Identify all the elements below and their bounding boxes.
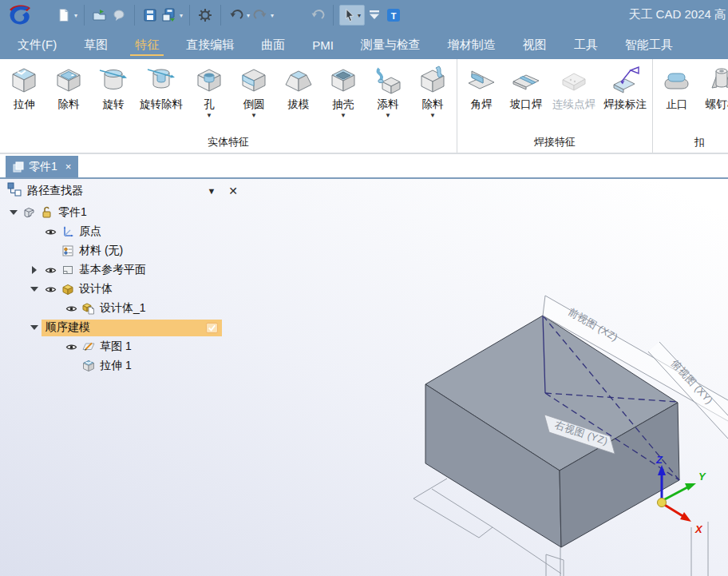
eye-icon[interactable] (62, 341, 80, 353)
origin-axes-icon (61, 225, 74, 238)
undo-dropdown-icon[interactable]: ▾ (247, 12, 250, 19)
redo-button[interactable] (251, 6, 270, 25)
tree-row-拉伸 1[interactable]: 拉伸 1 (0, 356, 249, 375)
save-all-button[interactable] (160, 6, 179, 25)
menu-tab-9[interactable]: 视图 (523, 30, 547, 59)
sketch-icon (80, 340, 97, 353)
eye-icon[interactable] (62, 303, 80, 315)
dropdown-arrow-icon[interactable]: ▼ (251, 111, 257, 121)
tab-close-icon[interactable]: × (65, 161, 72, 173)
tree-row-基本参考平面[interactable]: 基本参考平面 (0, 260, 249, 280)
ribbon-button-label: 拉伸 (14, 97, 35, 111)
tree-item-label: 顺序建模 (46, 320, 90, 335)
expander-closed-icon[interactable] (27, 264, 42, 276)
tree-row-设计体_1[interactable]: 设计体_1 (0, 299, 249, 318)
expander-open-icon[interactable] (6, 206, 21, 219)
text-tool-button[interactable]: T (384, 6, 403, 25)
new-file-button[interactable] (54, 6, 73, 25)
eye-icon[interactable] (42, 284, 59, 296)
new-file-icon (57, 8, 71, 22)
menu-tab-10[interactable]: 工具 (574, 30, 598, 59)
tree-row-材料 (无)[interactable]: 材料 (无) (0, 241, 249, 260)
toolbar-separator (84, 5, 85, 26)
ribbon-button-weld-label[interactable]: 焊接标注 (600, 62, 650, 121)
ribbon-button-groove-weld[interactable]: 坡口焊 (504, 62, 548, 121)
tree-row-草图 1[interactable]: 草图 1 (0, 337, 249, 356)
menu-tab-2[interactable]: 草图 (84, 30, 108, 59)
ribbon-button-revolve[interactable]: 旋转 (92, 62, 135, 121)
menu-tab-3[interactable]: 特征 (135, 30, 159, 59)
toolbar-gap (275, 15, 308, 16)
active-mode-highlight[interactable]: 顺序建模 (42, 320, 222, 336)
spot-weld-icon (558, 65, 590, 97)
ribbon-button-label: 倒圆 (243, 97, 265, 111)
dropdown-arrow-icon[interactable]: ▼ (385, 111, 391, 121)
add-material-icon (372, 65, 404, 97)
pathfinder-options-chevron-icon[interactable]: ▼ (207, 186, 216, 196)
body-doc-icon (82, 302, 95, 315)
tree-row-原点[interactable]: 原点 (0, 222, 249, 241)
ribbon-button-fillet-weld[interactable]: 角焊 (460, 62, 503, 121)
redo-dropdown-icon[interactable]: ▾ (271, 12, 274, 19)
new-file-dropdown-icon[interactable]: ▾ (74, 12, 77, 19)
lock-open-icon (41, 206, 53, 219)
select-tool-button[interactable]: ▾ (339, 5, 365, 26)
ribbon-button-add-material[interactable]: 添料▼ (366, 62, 410, 121)
expander-open-icon[interactable] (27, 283, 42, 296)
open-file-icon (93, 8, 107, 22)
window-title: 天工 CAD 2024 高 (628, 7, 726, 22)
origin-ball (658, 499, 667, 507)
tree-item-label: 材料 (无) (79, 244, 123, 258)
document-tab-label: 零件1 (29, 160, 57, 174)
ribbon-button-cutout[interactable]: 除料 (47, 62, 90, 121)
filter-chevron-button[interactable] (365, 6, 384, 25)
menu-tab-6[interactable]: PMI (312, 30, 334, 59)
dropdown-arrow-icon[interactable]: ▼ (429, 111, 436, 121)
save-all-dropdown-icon[interactable]: ▾ (180, 12, 183, 19)
pathfinder-panel: 路径查找器 ▼ ✕ 零件1原点材料 (无)基本参考平面设计体设计体_1顺序建模草… (0, 179, 249, 375)
ribbon-button-screw-boss[interactable]: 螺钉柱 (700, 62, 728, 121)
checked-checkbox-icon[interactable] (206, 322, 218, 334)
pathfinder-close-icon[interactable]: ✕ (228, 185, 238, 197)
ribbon-button-lip[interactable]: 止口 (655, 62, 698, 121)
dropdown-arrow-icon[interactable]: ▼ (206, 111, 212, 121)
ribbon-button-extrude[interactable]: 拉伸 (2, 62, 46, 121)
ref-plane-icon (61, 264, 74, 276)
ribbon-button-cutout2[interactable]: 除料▼ (411, 62, 454, 121)
ribbon-button-hole[interactable]: 孔▼ (188, 62, 231, 121)
pathfinder-icon (6, 181, 22, 197)
tree-row-顺序建模[interactable]: 顺序建模 (0, 318, 249, 337)
ribbon-button-shell[interactable]: 抽壳▼ (322, 62, 365, 121)
save-button[interactable] (140, 6, 160, 25)
gear-button[interactable] (196, 6, 215, 25)
tree-row-零件1[interactable]: 零件1 (0, 203, 249, 222)
ribbon-button-draft[interactable]: 拔模 (277, 62, 320, 121)
menu-tab-5[interactable]: 曲面 (261, 30, 285, 59)
menu-tab-4[interactable]: 直接编辑 (186, 30, 234, 59)
text-tool-icon: T (386, 8, 401, 22)
open-file-button[interactable] (90, 6, 109, 25)
eye-icon (65, 341, 77, 353)
y-axis-label: Y (698, 471, 706, 483)
revolve-icon (97, 65, 129, 97)
ribbon-button-label: 螺钉柱 (706, 97, 728, 111)
dropdown-arrow-icon[interactable]: ▼ (340, 111, 346, 121)
menu-tab-8[interactable]: 增材制造 (448, 30, 496, 59)
eye-icon[interactable] (42, 226, 59, 238)
pathfinder-title: 路径查找器 (27, 184, 83, 198)
ribbon-button-round[interactable]: 倒圆▼ (232, 62, 275, 121)
undo-gray-icon (311, 8, 325, 22)
ribbon-button-label: 角焊 (471, 97, 493, 111)
menu-tab-1[interactable]: 文件(F) (18, 30, 57, 59)
undo-button[interactable] (227, 6, 246, 25)
menu-tab-7[interactable]: 测量与检查 (361, 30, 421, 59)
ribbon-button-label: 拔模 (288, 97, 310, 111)
ribbon-button-label: 旋转除料 (140, 97, 183, 111)
menu-tab-11[interactable]: 智能工具 (625, 30, 673, 59)
tree-row-设计体[interactable]: 设计体 (0, 280, 249, 299)
undo-gray-button (308, 6, 327, 25)
ribbon-button-revolve-cut[interactable]: 旋转除料 (136, 62, 186, 121)
document-tab[interactable]: 零件1× (6, 156, 78, 177)
eye-icon[interactable] (42, 264, 59, 276)
expander-open-icon[interactable] (27, 321, 42, 334)
